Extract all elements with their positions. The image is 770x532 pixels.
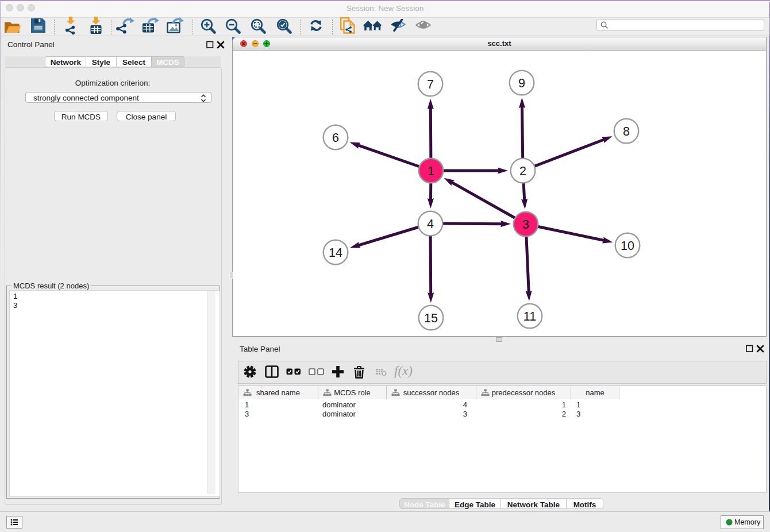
svg-text:4: 4 <box>427 217 434 231</box>
svg-text:10: 10 <box>621 239 634 253</box>
svg-text:1: 1 <box>428 164 434 178</box>
svg-text:2: 2 <box>519 164 526 178</box>
svg-text:15: 15 <box>424 311 438 325</box>
svg-text:9: 9 <box>518 76 525 90</box>
svg-text:14: 14 <box>329 246 342 260</box>
svg-text:3: 3 <box>522 218 529 232</box>
svg-text:8: 8 <box>623 125 630 138</box>
svg-text:11: 11 <box>523 310 536 323</box>
svg-text:7: 7 <box>427 78 434 91</box>
svg-text:6: 6 <box>332 131 339 145</box>
